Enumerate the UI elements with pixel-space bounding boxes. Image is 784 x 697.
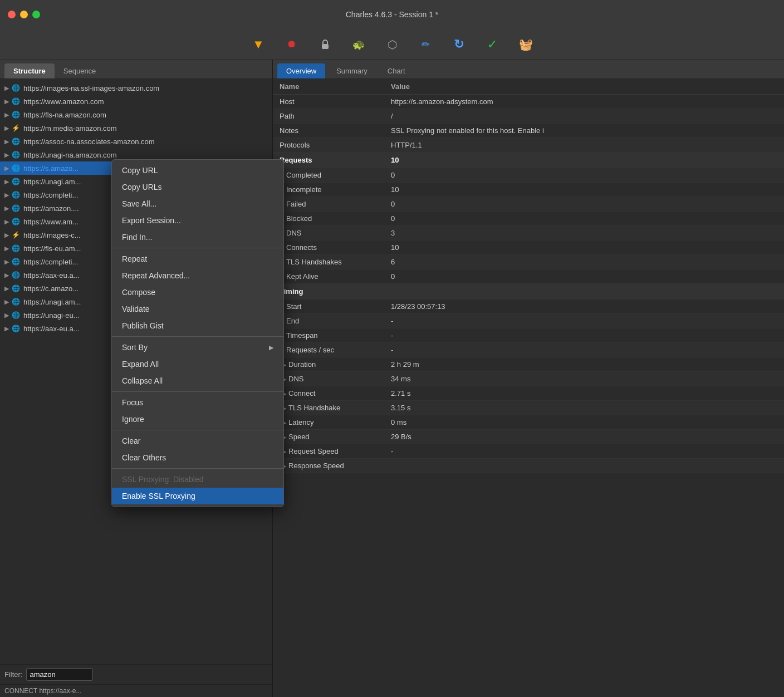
chevron-right-icon: ▶ [4, 325, 9, 332]
tab-overview[interactable]: Overview [277, 63, 325, 78]
menu-expand-all[interactable]: Expand All [112, 356, 283, 372]
menu-copy-url[interactable]: Copy URL [112, 162, 283, 179]
globe-icon: 🌐 [11, 284, 20, 293]
globe-icon: 🌐 [11, 311, 20, 320]
lock-icon[interactable] [317, 37, 333, 52]
globe-icon: 🌐 [11, 244, 20, 253]
tab-chart[interactable]: Chart [379, 63, 414, 78]
pen-icon[interactable]: ✏ [418, 37, 433, 52]
menu-focus[interactable]: Focus [112, 394, 283, 411]
list-item[interactable]: ▶ 🌐 https://images-na.ssl-images-amazon.… [0, 81, 272, 95]
row-value: - [384, 444, 784, 459]
record-icon[interactable]: ⏺ [284, 37, 300, 52]
filter-input[interactable] [26, 668, 93, 681]
table-row-expandable[interactable]: ▶Duration 2 h 29 m [273, 357, 784, 372]
table-row-expandable[interactable]: ▶DNS 34 ms [273, 372, 784, 386]
tab-summary[interactable]: Summary [327, 63, 376, 78]
globe-icon: 🌐 [11, 271, 20, 279]
menu-clear[interactable]: Clear [112, 433, 283, 449]
chevron-right-icon: ▶ [4, 165, 9, 172]
table-row-expandable[interactable]: ▶Response Speed [273, 459, 784, 473]
section-header-timing: Timing [273, 284, 784, 300]
window-title: Charles 4.6.3 - Session 1 * [346, 10, 439, 19]
row-name: ▶Response Speed [273, 459, 384, 473]
minimize-button[interactable] [20, 11, 28, 18]
overview-content: Name Value Host https://s.amazon-adsyste… [273, 79, 784, 697]
menu-ignore[interactable]: Ignore [112, 411, 283, 428]
maximize-button[interactable] [32, 11, 40, 18]
list-item[interactable]: ▶ 🌐 https://fls-na.amazon.com [0, 108, 272, 121]
menu-export-session[interactable]: Export Session... [112, 212, 283, 229]
globe-icon: 🌐 [11, 190, 20, 199]
menu-repeat-advanced[interactable]: Repeat Advanced... [112, 267, 283, 284]
menu-sort-by[interactable]: Sort By ▶ [112, 339, 283, 356]
tab-structure[interactable]: Structure [4, 63, 55, 78]
row-value: - [384, 328, 784, 343]
submenu-arrow-icon: ▶ [269, 344, 273, 351]
row-name: ▶DNS [273, 372, 384, 386]
tab-sequence[interactable]: Sequence [55, 63, 105, 78]
globe-icon: 🌐 [11, 217, 20, 226]
refresh-icon[interactable]: ↻ [451, 37, 467, 52]
row-name: ▶Connect [273, 386, 384, 401]
chevron-right-icon: ▶ [4, 272, 9, 279]
hex-icon[interactable]: ⬡ [384, 37, 400, 52]
menu-publish-gist[interactable]: Publish Gist [112, 317, 283, 334]
list-item[interactable]: ▶ ⚡ https://m.media-amazon.com [0, 121, 272, 135]
row-value: 0 ms [384, 415, 784, 430]
table-row-expandable[interactable]: ▶Request Speed - [273, 444, 784, 459]
table-row-expandable[interactable]: ▶Latency 0 ms [273, 415, 784, 430]
table-row-expandable[interactable]: ▶TLS Handshake 3.15 s [273, 401, 784, 415]
row-name: Protocols [273, 138, 384, 153]
table-row-expandable[interactable]: ▶Speed 29 B/s [273, 430, 784, 444]
row-value [384, 459, 784, 473]
table-row-expandable[interactable]: ▶Connect 2.71 s [273, 386, 784, 401]
filter-bar: Filter: [0, 664, 272, 684]
menu-clear-others[interactable]: Clear Others [112, 449, 283, 466]
check-icon[interactable]: ✓ [484, 37, 500, 52]
row-name: TLS Handshakes [273, 255, 384, 269]
row-value: 0 [384, 168, 784, 183]
globe-icon: 🌐 [11, 177, 20, 186]
chevron-right-icon: ▶ [4, 218, 9, 225]
menu-compose[interactable]: Compose [112, 284, 283, 301]
list-item[interactable]: ▶ 🌐 https://assoc-na.associates-amazon.c… [0, 135, 272, 148]
row-name: Failed [273, 197, 384, 212]
main-layout: Structure Sequence ▶ 🌐 https://images-na… [0, 60, 784, 697]
status-bar: CONNECT https://aax-e... [0, 684, 272, 697]
chevron-right-icon: ▶ [4, 192, 9, 199]
globe-icon: 🌐 [11, 297, 20, 306]
chevron-right-icon: ▶ [4, 85, 9, 92]
globe-icon: 🌐 [11, 257, 20, 266]
row-name: Path [273, 109, 384, 124]
table-row: Timespan - [273, 328, 784, 343]
chevron-right-icon: ▶ [4, 232, 9, 239]
table-row: Completed 0 [273, 168, 784, 183]
menu-enable-ssl-proxying[interactable]: Enable SSL Proxying [112, 488, 283, 504]
turtle-icon[interactable]: 🐢 [351, 37, 366, 52]
funnel-icon[interactable]: ▼ [251, 37, 266, 52]
menu-validate[interactable]: Validate [112, 301, 283, 317]
row-value: - [384, 343, 784, 357]
row-name: Requests / sec [273, 343, 384, 357]
list-item[interactable]: ▶ 🌐 https://www.amazon.com [0, 95, 272, 108]
chevron-right-icon: ▶ [4, 125, 9, 132]
section-header-requests: Requests 10 [273, 153, 784, 168]
close-button[interactable] [8, 11, 16, 18]
row-name: ▶Request Speed [273, 444, 384, 459]
menu-separator-2 [112, 336, 283, 337]
chevron-right-icon: ▶ [4, 245, 9, 252]
chevron-right-icon: ▶ [4, 151, 9, 159]
menu-repeat[interactable]: Repeat [112, 251, 283, 267]
menu-collapse-all[interactable]: Collapse All [112, 372, 283, 389]
row-value: 0 [384, 269, 784, 284]
basket-icon[interactable]: 🧺 [518, 37, 533, 52]
menu-copy-urls[interactable]: Copy URLs [112, 179, 283, 195]
menu-find-in[interactable]: Find In... [112, 229, 283, 246]
overview-table: Name Value Host https://s.amazon-adsyste… [273, 79, 784, 473]
titlebar: Charles 4.6.3 - Session 1 * [0, 0, 784, 29]
chevron-right-icon: ▶ [4, 205, 9, 212]
table-row: Path / [273, 109, 784, 124]
menu-save-all[interactable]: Save All... [112, 195, 283, 212]
row-value: 3.15 s [384, 401, 784, 415]
